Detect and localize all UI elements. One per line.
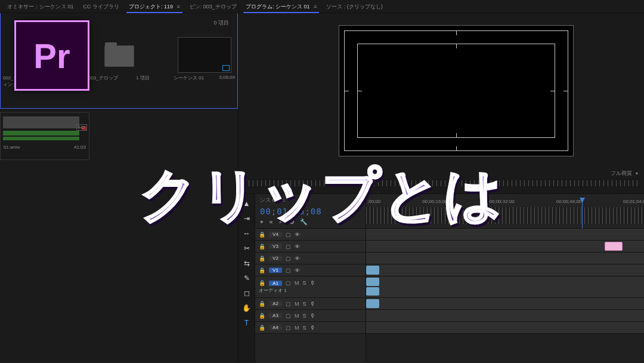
solo-button[interactable]: S: [303, 313, 306, 319]
program-viewer[interactable]: [339, 25, 574, 156]
toggle-output-icon[interactable]: ▢: [286, 325, 291, 331]
audio-track-header[interactable]: 🔒 A2 ▢ M S 🎙: [255, 298, 366, 310]
lane-v1[interactable]: [366, 264, 644, 276]
selection-tool-icon[interactable]: ▲: [242, 199, 252, 208]
lane-a3[interactable]: [366, 310, 644, 322]
menu-icon[interactable]: ≡: [282, 198, 285, 204]
lock-icon[interactable]: 🔒: [259, 313, 265, 319]
bin-item[interactable]: 003_テロップ 1 項目: [88, 37, 150, 88]
rectangle-tool-icon[interactable]: ◻: [242, 288, 252, 298]
lock-icon[interactable]: 🔒: [259, 325, 265, 331]
tab-project-label: プロジェクト: 119: [129, 4, 173, 10]
clip[interactable]: [605, 242, 623, 251]
track-select-tool-icon[interactable]: ⇥: [242, 214, 252, 223]
eye-icon[interactable]: 👁: [295, 232, 300, 238]
hand-tool-icon[interactable]: ✋: [242, 303, 252, 313]
audio-track-header[interactable]: 🔒 A3 ▢ M S 🎙: [255, 310, 366, 322]
mic-icon[interactable]: 🎙: [310, 313, 315, 319]
track-name[interactable]: V4: [269, 232, 282, 237]
video-track-header[interactable]: 🔒 V4 ▢ 👁: [255, 229, 366, 241]
track-lanes[interactable]: [366, 229, 644, 363]
settings-icon[interactable]: ⚙: [289, 219, 295, 226]
tab-project[interactable]: プロジェクト: 119 ≡: [128, 1, 181, 13]
mute-button[interactable]: M: [295, 301, 299, 307]
track-name[interactable]: V3: [269, 244, 282, 249]
ruler-tc: 00;00;48;00: [556, 199, 581, 206]
wrench-icon[interactable]: 🔧: [300, 219, 307, 226]
ripple-edit-tool-icon[interactable]: ↔: [242, 229, 252, 238]
slip-tool-icon[interactable]: ⇆: [242, 259, 252, 268]
solo-button[interactable]: S: [303, 280, 306, 286]
solo-button[interactable]: S: [303, 325, 306, 331]
mic-icon[interactable]: 🎙: [310, 280, 315, 286]
sequence-item[interactable]: シーケンス 01 3;08;09: [174, 37, 235, 88]
toggle-output-icon[interactable]: ▢: [286, 232, 291, 238]
toggle-output-icon[interactable]: ▢: [286, 313, 291, 319]
audio-track-label: オーディオ 1: [259, 287, 287, 294]
eye-icon[interactable]: 👁: [295, 256, 300, 262]
mute-button[interactable]: M: [295, 325, 299, 331]
lock-icon[interactable]: 🔒: [259, 232, 265, 238]
timeline-header: ンス 01 ≡ 00;01;33;08 ⌖ ∝ ⚑ ⚙ 🔧: [255, 194, 366, 228]
eye-icon[interactable]: 👁: [295, 244, 300, 250]
tab-program-label: プログラム: シーケンス 01: [246, 4, 310, 10]
lane-a2[interactable]: [366, 298, 644, 310]
pen-tool-icon[interactable]: ✎: [242, 273, 252, 283]
snap-icon[interactable]: ⌖: [260, 219, 264, 226]
lock-icon[interactable]: 🔒: [259, 267, 265, 273]
lane-v4[interactable]: [366, 229, 644, 241]
menu-icon[interactable]: ≡: [177, 4, 180, 10]
track-name[interactable]: A1: [269, 281, 282, 286]
toggle-output-icon[interactable]: ▢: [286, 301, 291, 307]
clip[interactable]: [366, 278, 379, 286]
lock-icon[interactable]: 🔒: [259, 244, 265, 250]
lock-icon[interactable]: 🔒: [259, 301, 265, 307]
type-tool-icon[interactable]: T: [242, 318, 252, 328]
track-name[interactable]: A3: [269, 313, 282, 318]
tab-audio-mixer[interactable]: オミキサー：シーケンス 01: [6, 1, 75, 13]
toggle-output-icon[interactable]: ▢: [286, 267, 291, 273]
track-name[interactable]: V1: [269, 267, 282, 273]
audio-track-header[interactable]: 🔒 A4 ▢ M S 🎙: [255, 322, 366, 334]
lane-v2[interactable]: [366, 253, 644, 264]
toggle-output-icon[interactable]: ▢: [286, 256, 291, 262]
tab-cc-library[interactable]: CC ライブラリ: [82, 1, 121, 13]
mic-icon[interactable]: 🎙: [310, 301, 315, 307]
track-name[interactable]: A4: [269, 325, 282, 330]
clip[interactable]: [366, 287, 379, 296]
video-track-header[interactable]: 🔒 V1 ▢ 👁: [255, 264, 366, 276]
lane-a4[interactable]: [366, 322, 644, 334]
track-name[interactable]: A2: [269, 301, 282, 306]
lane-a1[interactable]: [366, 276, 644, 298]
lock-icon[interactable]: 🔒: [259, 280, 265, 286]
video-track-header[interactable]: 🔒 V2 ▢ 👁: [255, 253, 366, 264]
razor-tool-icon[interactable]: ✂: [242, 244, 252, 253]
track-name[interactable]: V2: [269, 256, 282, 261]
media-item[interactable]: HD 01.wmv 41:03: [0, 112, 89, 160]
mute-button[interactable]: M: [295, 313, 299, 319]
toggle-output-icon[interactable]: ▢: [286, 280, 291, 286]
marker-icon[interactable]: ⚑: [278, 219, 284, 226]
menu-icon[interactable]: ≡: [314, 4, 317, 10]
linked-selection-icon[interactable]: ∝: [269, 219, 273, 226]
mic-icon[interactable]: 🎙: [310, 325, 315, 331]
playback-resolution-dropdown[interactable]: フル画質 ▾: [611, 170, 638, 177]
tab-source-monitor[interactable]: ソース : (クリップなし): [325, 1, 384, 13]
solo-button[interactable]: S: [303, 301, 306, 307]
sequence-duration: 3;08;09: [219, 75, 235, 81]
clip[interactable]: [366, 266, 379, 275]
timeline-timecode[interactable]: 00;01;33;08: [260, 207, 361, 216]
toggle-output-icon[interactable]: ▢: [286, 244, 291, 250]
tab-program-monitor[interactable]: プログラム: シーケンス 01 ≡: [244, 1, 318, 13]
video-track-header[interactable]: 🔒 V3 ▢ 👁: [255, 241, 366, 253]
eye-icon[interactable]: 👁: [295, 267, 300, 273]
mute-button[interactable]: M: [295, 280, 299, 286]
audio-track-header[interactable]: 🔒 A1 ▢ M S 🎙 オーディオ 1: [255, 276, 366, 298]
program-time-ruler[interactable]: [244, 180, 638, 186]
timeline-ruler[interactable]: ;00;00 00;00;16;00 00;00;32;00 00;00;48;…: [366, 194, 644, 228]
clip[interactable]: [366, 299, 379, 308]
tab-bin[interactable]: ビン: 003_テロップ: [188, 1, 238, 13]
folder-icon: [104, 45, 134, 67]
lock-icon[interactable]: 🔒: [259, 256, 265, 262]
lane-v3[interactable]: [366, 241, 644, 253]
